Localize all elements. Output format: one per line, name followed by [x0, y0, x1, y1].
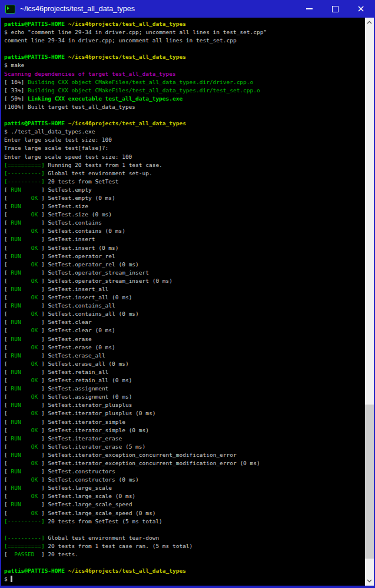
terminal-line: pattis@PATTIS-HOME ~/ics46projects/test_…	[4, 53, 365, 61]
terminal-line: [ OK ] SetTest.iterator_erase (5 ms)	[4, 443, 365, 451]
terminal-line: pattis@PATTIS-HOME ~/ics46projects/test_…	[4, 20, 365, 28]
terminal-line: [ RUN ] SetTest.erase	[4, 335, 365, 343]
window-title: ~/ics46projects/test_all_data_types	[20, 5, 296, 13]
terminal-line: [ OK ] SetTest.empty (0 ms)	[4, 194, 365, 202]
terminal-line: [ RUN ] SetTest.retain_all	[4, 368, 365, 376]
terminal-line: [ RUN ] SetTest.contains_all	[4, 302, 365, 310]
terminal-line: [ OK ] SetTest.insert_all (0 ms)	[4, 293, 365, 302]
terminal-line: Trace large scale test[false]?:	[4, 144, 365, 152]
terminal-line: [ OK ] SetTest.assignment (0 ms)	[4, 393, 365, 401]
terminal-line: [ RUN ] SetTest.iterator_erase	[4, 435, 365, 443]
scroll-down-button[interactable]	[365, 576, 374, 586]
terminal-line: [----------] Global test environment tea…	[4, 534, 365, 542]
terminal-line: [ OK ] SetTest.clear (0 ms)	[4, 326, 365, 335]
terminal-line: [ OK ] SetTest.retain_all (0 ms)	[4, 376, 365, 385]
terminal-line: comment line 29-34 in driver.cpp; uncomm…	[4, 36, 365, 45]
terminal-line: [ RUN ] SetTest.erase_all	[4, 352, 365, 360]
terminal-line: [ RUN ] SetTest.operator_rel	[4, 252, 365, 260]
terminal-output[interactable]: pattis@PATTIS-HOME ~/ics46projects/test_…	[1, 18, 365, 586]
terminal-line: [==========] Running 20 tests from 1 tes…	[4, 161, 365, 169]
window-body: pattis@PATTIS-HOME ~/ics46projects/test_…	[1, 18, 374, 586]
terminal-line: [ RUN ] SetTest.size	[4, 202, 365, 211]
terminal-line	[4, 111, 365, 119]
terminal-line: [ OK ] SetTest.operator_stream_insert (0…	[4, 277, 365, 285]
title-bar[interactable]: ~/ics46projects/test_all_data_types ×	[1, 0, 374, 18]
terminal-line	[4, 559, 365, 567]
terminal-line: [ OK ] SetTest.operator_rel (0 ms)	[4, 260, 365, 269]
terminal-line: [ RUN ] SetTest.large_scale_speed	[4, 500, 365, 509]
terminal-line: [ RUN ] SetTest.iterator_plusplus	[4, 401, 365, 409]
maximize-button[interactable]	[322, 0, 348, 18]
minimize-icon	[306, 8, 313, 9]
terminal-line: $ make	[4, 61, 365, 69]
terminal-line: [ 16%] Building CXX object CMakeFiles/te…	[4, 78, 365, 86]
terminal-line: [ OK ] SetTest.iterator_exception_concur…	[4, 459, 365, 467]
terminal-line: [ RUN ] SetTest.empty	[4, 186, 365, 194]
terminal-line: $	[4, 575, 365, 583]
terminal-line: [----------] Global test environment set…	[4, 169, 365, 178]
terminal-line: [ OK ] SetTest.large_scale (0 ms)	[4, 492, 365, 500]
terminal-line: [ PASSED ] 20 tests.	[4, 550, 365, 559]
terminal-line: pattis@PATTIS-HOME ~/ics46projects/test_…	[4, 567, 365, 575]
terminal-line: [ OK ] SetTest.iterator_simple (0 ms)	[4, 426, 365, 435]
terminal-line: [----------] 20 tests from SetTest	[4, 178, 365, 186]
close-button[interactable]: ×	[348, 0, 374, 18]
terminal-line: [ RUN ] SetTest.contains	[4, 219, 365, 227]
terminal-line: [ OK ] SetTest.large_scale_speed (0 ms)	[4, 509, 365, 517]
terminal-line: [ OK ] SetTest.insert (0 ms)	[4, 244, 365, 252]
terminal-line: [ OK ] SetTest.iterator_plusplus (0 ms)	[4, 409, 365, 417]
terminal-line: [ RUN ] SetTest.operator_stream_insert	[4, 269, 365, 277]
terminal-cursor	[11, 576, 12, 582]
terminal-line: [ RUN ] SetTest.assignment	[4, 385, 365, 393]
terminal-line: Enter large scale speed test size: 100	[4, 153, 365, 161]
scroll-up-icon	[367, 21, 372, 24]
terminal-line: [ OK ] SetTest.erase (0 ms)	[4, 343, 365, 352]
terminal-line: [ 33%] Building CXX object CMakeFiles/te…	[4, 86, 365, 95]
scroll-down-icon	[367, 579, 372, 583]
terminal-line: [100%] Built target test_all_data_types	[4, 103, 365, 111]
terminal-line: [ OK ] SetTest.erase_all (0 ms)	[4, 360, 365, 368]
terminal-line: [ 50%] Linking CXX executable test_all_d…	[4, 95, 365, 103]
terminal-line: [----------] 20 tests from SetTest (5 ms…	[4, 517, 365, 526]
scroll-up-button[interactable]	[365, 18, 374, 27]
terminal-line: [ RUN ] SetTest.large_scale	[4, 484, 365, 492]
terminal-line	[4, 45, 365, 53]
terminal-line: [ RUN ] SetTest.iterator_exception_concu…	[4, 451, 365, 459]
terminal-line: [ OK ] SetTest.contains (0 ms)	[4, 227, 365, 235]
terminal-line: Enter large scale test size: 100	[4, 136, 365, 144]
terminal-line: [ RUN ] SetTest.insert_all	[4, 285, 365, 293]
terminal-line: [ OK ] SetTest.constructors (0 ms)	[4, 476, 365, 484]
terminal-line: [ RUN ] SetTest.insert	[4, 235, 365, 243]
terminal-line: [ OK ] SetTest.contains_all (0 ms)	[4, 310, 365, 318]
terminal-window: ~/ics46projects/test_all_data_types × pa…	[0, 0, 375, 588]
terminal-line: $ ./test_all_data_types.exe	[4, 128, 365, 136]
terminal-app-icon	[5, 5, 15, 14]
scrollbar-thumb[interactable]	[365, 405, 374, 559]
terminal-line: [ RUN ] SetTest.clear	[4, 318, 365, 326]
terminal-line: pattis@PATTIS-HOME ~/ics46projects/test_…	[4, 119, 365, 128]
terminal-line: [==========] 20 tests from 1 test case r…	[4, 542, 365, 550]
maximize-icon	[332, 6, 339, 12]
terminal-line: $ echo "comment line 29-34 in driver.cpp…	[4, 28, 365, 36]
terminal-line	[4, 526, 365, 534]
terminal-line: [ RUN ] SetTest.constructors	[4, 467, 365, 476]
close-icon: ×	[357, 4, 364, 14]
terminal-line: Scanning dependencies of target test_all…	[4, 70, 365, 78]
terminal-line: [ OK ] SetTest.size (0 ms)	[4, 211, 365, 219]
minimize-button[interactable]	[296, 0, 322, 18]
terminal-line: [ RUN ] SetTest.iterator_simple	[4, 418, 365, 426]
scrollbar[interactable]	[365, 18, 374, 586]
